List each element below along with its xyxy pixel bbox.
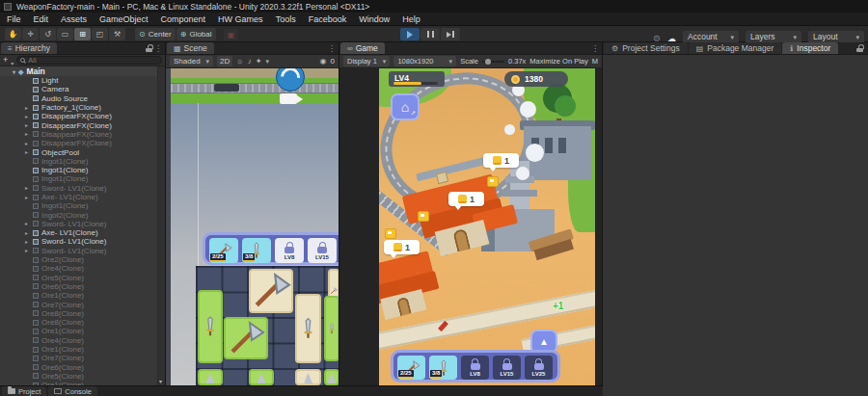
lock-icon[interactable] <box>146 44 152 52</box>
collapse-arrow-icon[interactable] <box>13 66 15 76</box>
hierarchy-item[interactable]: Camera <box>0 85 165 93</box>
inventory-slot[interactable]: LV8 <box>275 238 304 263</box>
display-dropdown[interactable]: Display 1 <box>343 56 390 66</box>
effects-toggle-icon[interactable]: ✦ <box>256 57 262 66</box>
hierarchy-item[interactable]: Ingot1(Clone) <box>0 201 165 210</box>
tab-game[interactable]: ∞Game <box>340 42 385 54</box>
tab-project[interactable]: Project <box>2 386 46 396</box>
inventory-slot[interactable]: LV8 <box>461 356 489 380</box>
menu-item[interactable]: File <box>7 14 21 24</box>
slider-knob[interactable] <box>485 59 491 65</box>
tab-console[interactable]: Console <box>48 386 97 396</box>
hierarchy-root-main[interactable]: Main <box>0 66 165 76</box>
inventory-slot[interactable]: LV15 <box>308 238 337 263</box>
hierarchy-item[interactable]: Axe- LV1(Clone) <box>0 193 165 201</box>
scale-tool[interactable]: ▭ <box>57 28 73 40</box>
menu-item[interactable]: GameObject <box>99 14 149 24</box>
hierarchy-item[interactable]: Audio Source <box>0 94 165 103</box>
expand-arrow-icon[interactable] <box>25 230 30 236</box>
expand-arrow-icon[interactable] <box>25 131 30 137</box>
rect-tool[interactable]: ⊞ <box>74 28 91 40</box>
mute-audio-toggle[interactable]: M <box>592 57 598 66</box>
progress-bubble[interactable]: 1 <box>483 153 519 168</box>
scale-slider[interactable] <box>482 61 504 63</box>
menu-item[interactable]: Facebook <box>309 14 347 24</box>
tab-inspector[interactable]: Inspector <box>782 42 838 54</box>
expand-arrow-icon[interactable] <box>25 248 30 253</box>
shading-mode-dropdown[interactable]: Shaded <box>170 56 213 66</box>
merge-grid-tile[interactable] <box>249 269 293 313</box>
hierarchy-item[interactable]: Ore1(Clone) <box>0 345 165 354</box>
home-button[interactable] <box>391 93 420 120</box>
hierarchy-search-input[interactable]: All <box>16 56 162 65</box>
hierarchy-item[interactable]: Ore8(Clone) <box>0 318 165 327</box>
menu-item[interactable]: Tools <box>276 14 296 24</box>
orientation-toggle-button[interactable]: Global <box>176 28 216 40</box>
merge-grid-tile[interactable] <box>324 369 339 385</box>
hierarchy-item[interactable]: Light <box>0 76 165 85</box>
pause-button[interactable] <box>420 28 440 40</box>
hierarchy-item[interactable]: Ore1(Clone) <box>0 327 165 335</box>
hierarchy-item[interactable]: DisappearFX(Clone) <box>0 139 165 147</box>
menu-item[interactable]: HW Games <box>218 14 263 24</box>
hierarchy-item[interactable]: ObjectPool <box>0 147 165 156</box>
hierarchy-item[interactable]: DisappearFX(Clone) <box>0 120 165 129</box>
inventory-slot[interactable]: LV25 <box>525 356 553 380</box>
hierarchy-item[interactable]: Ore7(Clone) <box>0 300 165 308</box>
kebab-menu-icon[interactable] <box>591 44 599 53</box>
inventory-slot[interactable]: 3/8 <box>242 238 271 263</box>
merge-grid-tile[interactable] <box>198 290 223 363</box>
account-dropdown[interactable]: Account <box>683 31 739 43</box>
inventory-slot[interactable]: 2/25 <box>397 356 425 380</box>
menu-item[interactable]: Assets <box>61 14 87 24</box>
hierarchy-item[interactable]: Ore6(Clone) <box>0 363 165 372</box>
custom-tool[interactable]: ⚒ <box>109 28 125 40</box>
resolution-dropdown[interactable]: 1080x1920 <box>393 56 456 66</box>
expand-arrow-icon[interactable] <box>25 239 30 245</box>
audio-toggle-icon[interactable]: ♪ <box>248 57 252 66</box>
hierarchy-item[interactable]: Ore7(Clone) <box>0 354 165 362</box>
transform-tool[interactable]: ◰ <box>92 28 108 40</box>
hierarchy-item[interactable]: Ore4(Clone) <box>0 264 165 273</box>
expand-arrow-icon[interactable] <box>25 195 30 200</box>
hierarchy-item[interactable]: Factory_1(Clone) <box>0 103 165 112</box>
expand-arrow-icon[interactable] <box>25 185 30 191</box>
merge-grid-tile[interactable] <box>295 294 321 363</box>
tab-hierarchy[interactable]: ≡Hierarchy <box>1 42 57 54</box>
hierarchy-item[interactable]: Ore5(Clone) <box>0 274 165 282</box>
hierarchy-item[interactable]: Ore5(Clone) <box>0 372 165 381</box>
hierarchy-item[interactable]: Sword- LV1(Clone) <box>0 237 165 246</box>
progress-bubble[interactable]: 1 <box>384 240 420 254</box>
expand-arrow-icon[interactable] <box>25 114 30 119</box>
scrollbar[interactable] <box>157 66 165 385</box>
tab-project-settings[interactable]: Project Settings <box>604 42 688 54</box>
inventory-slot[interactable]: 3/8 <box>429 356 457 380</box>
gizmos-icon[interactable]: ◉ <box>320 57 327 66</box>
hierarchy-item[interactable]: Ore4(Clone) <box>0 336 165 345</box>
step-button[interactable] <box>441 28 460 40</box>
hierarchy-item[interactable]: Ore8(Clone) <box>0 309 165 318</box>
hierarchy-item[interactable]: Sword- LV1(Clone) <box>0 220 165 228</box>
merge-grid-tile[interactable] <box>198 369 223 385</box>
camera-gizmo-icon[interactable] <box>280 93 297 104</box>
play-button[interactable] <box>400 28 420 40</box>
hierarchy-item[interactable]: Axe- LV1(Clone) <box>0 228 165 237</box>
add-gameobject-button[interactable]: + <box>3 56 8 65</box>
hierarchy-item[interactable]: Ingot1(Clone) <box>0 166 165 174</box>
game-render[interactable]: 1 1 1 +1 LV4 <box>379 68 595 385</box>
hierarchy-item[interactable]: Ore6(Clone) <box>0 282 165 291</box>
chevron-down-icon[interactable] <box>265 57 269 66</box>
move-tool[interactable]: ✛ <box>22 28 39 40</box>
inventory-slot[interactable]: 2/25 <box>209 238 238 263</box>
hierarchy-item[interactable]: Ore2(Clone) <box>0 255 165 264</box>
tab-package-manager[interactable]: Package Manager <box>689 42 782 54</box>
expand-arrow-icon[interactable] <box>25 122 30 128</box>
menu-item[interactable]: Window <box>359 14 390 24</box>
merge-grid-tile[interactable] <box>324 296 339 361</box>
hierarchy-item[interactable]: DisappearFX(Clone) <box>0 112 165 120</box>
menu-item[interactable]: Edit <box>34 14 49 24</box>
lighting-toggle-icon[interactable]: ☼ <box>236 57 243 66</box>
hierarchy-item[interactable]: Sword- LV1(Clone) <box>0 247 165 255</box>
rotate-tool[interactable]: ↺ <box>40 28 56 40</box>
hierarchy-item[interactable]: Ingot2(Clone) <box>0 210 165 219</box>
